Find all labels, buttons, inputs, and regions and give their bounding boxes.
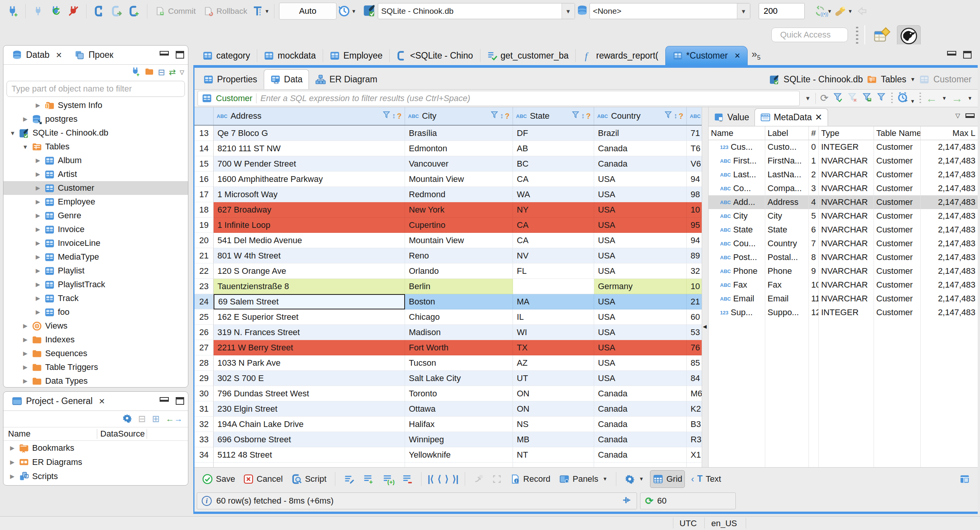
metadata-ordinal[interactable]: 8 — [809, 250, 819, 264]
chevron-right-icon[interactable]: ▶ — [22, 378, 29, 384]
row-number[interactable]: 29 — [194, 371, 214, 386]
grid-cell[interactable]: NT — [513, 447, 594, 463]
chevron-right-icon[interactable]: ▶ — [34, 102, 41, 109]
link-icon[interactable]: ←→ — [166, 414, 183, 424]
tree-item-mediatype[interactable]: ▶MediaType — [3, 250, 188, 264]
last-row-icon[interactable]: ⟩| — [452, 474, 459, 484]
grid-cell[interactable]: WI — [513, 325, 594, 340]
metadata-table-name[interactable]: Customer — [874, 223, 921, 237]
chevron-right-icon[interactable]: ▶ — [34, 171, 41, 178]
chevron-right-icon[interactable]: ▶ — [34, 281, 41, 288]
metadata-max-length[interactable]: 2,147,483 — [921, 195, 978, 209]
row-number[interactable]: 16 — [194, 172, 214, 187]
schema-combo[interactable]: <None> ▼ — [590, 3, 750, 19]
row-number[interactable]: 30 — [194, 386, 214, 401]
chevron-right-icon[interactable]: ▶ — [34, 212, 41, 219]
metadata-column-label[interactable]: Label — [765, 126, 809, 140]
metadata-name[interactable]: ABCPhone — [709, 264, 765, 278]
grid-cell[interactable]: NY — [513, 202, 594, 218]
metadata-name[interactable]: ABCAdd... — [709, 195, 765, 209]
row-number[interactable]: 28 — [194, 355, 214, 371]
metadata-table-name[interactable]: Customer — [874, 182, 921, 195]
grid-cell[interactable]: 98 — [687, 187, 702, 202]
metadata-row[interactable]: ABCLast...LastNa...2NVARCHARCustomer2,14… — [709, 168, 978, 182]
grid-cell[interactable]: Mountain View — [405, 172, 513, 187]
metadata-name[interactable]: ABCFirst... — [709, 154, 765, 168]
row-number[interactable]: 31 — [194, 401, 214, 417]
metadata-table-name[interactable]: Customer — [874, 237, 921, 250]
grid-cell[interactable]: AB — [513, 141, 594, 156]
row-number[interactable]: 25 — [194, 309, 214, 325]
project-item-er-diagrams[interactable]: ▶ER Diagrams — [3, 455, 188, 469]
grid-cell[interactable]: 53 — [687, 325, 702, 340]
grid-cell[interactable]: 84 — [687, 371, 702, 386]
subtab-er-diagram[interactable]: ER Diagram — [309, 69, 384, 89]
metadata-table-name[interactable]: Customer — [874, 195, 921, 209]
tree-item-invoiceline[interactable]: ▶InvoiceLine — [3, 236, 188, 250]
combo-dropdown-icon[interactable]: ▼ — [737, 3, 750, 19]
chevron-right-icon[interactable]: ▶ — [9, 473, 16, 480]
metadata-label[interactable]: Postal... — [765, 250, 809, 264]
metadata-row[interactable]: ABCPost...Postal...8NVARCHARCustomer2,14… — [709, 250, 978, 264]
metadata-type[interactable]: NVARCHAR — [819, 292, 874, 306]
grid-cell[interactable]: R3 — [687, 432, 702, 447]
metadata-label[interactable]: FirstNa... — [765, 154, 809, 168]
grid-cell[interactable]: 319 N. Frances Street — [214, 325, 405, 340]
grid-cell[interactable]: 60 — [687, 309, 702, 325]
column-help-icon[interactable]: ? — [679, 112, 683, 121]
tree-item-foo[interactable]: ▶foo — [3, 305, 188, 319]
grid-cell[interactable]: 5112 48 Street — [214, 447, 405, 463]
metadata-label[interactable]: Suppo... — [765, 306, 809, 319]
metadata-table-name[interactable]: Customer — [874, 306, 921, 319]
metadata-label[interactable]: Phone — [765, 264, 809, 278]
cancel-button[interactable]: Cancel — [241, 470, 285, 488]
grid-cell[interactable]: Vancouver — [405, 156, 513, 172]
metadata-ordinal[interactable]: 7 — [809, 237, 819, 250]
tree-item-data-types[interactable]: ▶Data Types — [3, 374, 188, 386]
metadata-name[interactable]: 123Cus... — [709, 140, 765, 154]
grid-cell[interactable]: Ottawa — [405, 401, 513, 417]
tree-item-track[interactable]: ▶Track — [3, 291, 188, 305]
metadata-label[interactable]: Compa... — [765, 182, 809, 195]
row-number[interactable]: 14 — [194, 141, 214, 156]
recent-sql-editor-icon[interactable] — [109, 3, 125, 20]
metadata-row[interactable]: ABCPhonePhone9NVARCHARCustomer2,147,483 — [709, 264, 978, 278]
row-number[interactable]: 13 — [194, 126, 214, 141]
metadata-max-length[interactable]: 2,147,483 — [921, 306, 978, 319]
metadata-ordinal[interactable]: 10 — [809, 278, 819, 292]
grid-cell[interactable]: USA — [594, 340, 687, 355]
metadata-max-length[interactable]: 2,147,483 — [921, 209, 978, 223]
close-icon[interactable]: ✕ — [734, 51, 740, 60]
tree-item-table-triggers[interactable]: ▶Table Triggers — [3, 360, 188, 374]
custom-filter-icon[interactable] — [877, 92, 887, 104]
tab-value[interactable]: Value — [709, 108, 755, 126]
editor-tab-employee[interactable]: Employee — [323, 46, 389, 65]
metadata-name[interactable]: ABCEmail — [709, 292, 765, 306]
metadata-table-name[interactable]: Customer — [874, 292, 921, 306]
grid-cell[interactable]: 69 Salem Street — [214, 294, 405, 309]
grid-cell[interactable]: BC — [513, 156, 594, 172]
apply-filter-icon[interactable] — [833, 92, 843, 104]
grid-cell[interactable]: Qe 7 Bloco G — [214, 126, 405, 141]
grid-cell[interactable]: 2211 W Berry Street — [214, 340, 405, 355]
remove-filter-icon[interactable] — [848, 92, 858, 104]
chevron-right-icon[interactable]: ▶ — [34, 309, 41, 316]
row-number[interactable]: 19 — [194, 218, 214, 233]
grid-cell[interactable]: Canada — [594, 141, 687, 156]
close-icon[interactable]: ✕ — [99, 397, 105, 406]
tree-item-sequences[interactable]: ▶Sequences — [3, 347, 188, 360]
grid-cell[interactable]: Tucson — [405, 355, 513, 371]
disconnect-icon[interactable] — [65, 3, 82, 20]
metadata-type[interactable]: NVARCHAR — [819, 154, 874, 168]
tab-overflow-indicator[interactable]: »5 — [751, 48, 760, 61]
metadata-type[interactable]: NVARCHAR — [819, 182, 874, 195]
chevron-right-icon[interactable]: ▶ — [34, 267, 41, 274]
collapse-icon[interactable]: ⊟ — [138, 414, 146, 424]
metadata-max-length[interactable]: 2,147,483 — [921, 182, 978, 195]
chevron-right-icon[interactable]: ▶ — [22, 336, 29, 343]
tree-item-playlist[interactable]: ▶Playlist — [3, 264, 188, 278]
metadata-name[interactable]: ABCState — [709, 223, 765, 237]
value-panel-toggle-icon[interactable] — [957, 470, 972, 488]
grid-cell[interactable]: Salt Lake City — [405, 371, 513, 386]
grid-cell[interactable]: Chicago — [405, 309, 513, 325]
